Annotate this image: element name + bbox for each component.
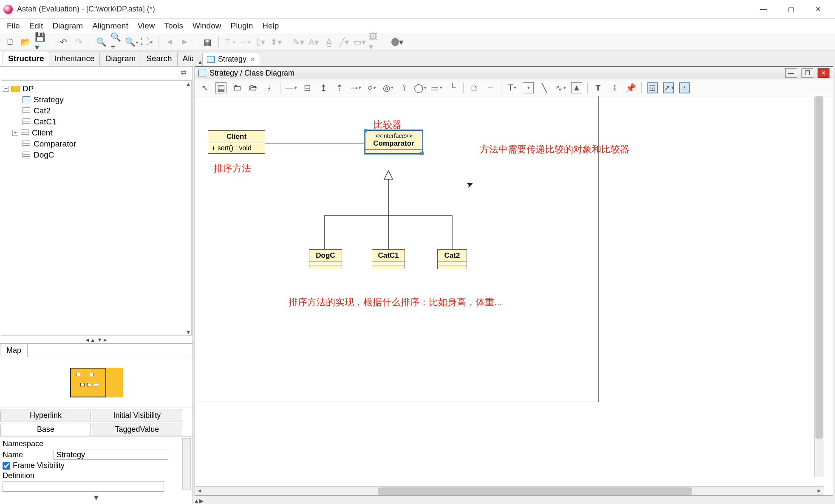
line-draw-icon[interactable]: ╲ xyxy=(539,82,550,93)
align-top-icon[interactable]: ⫪▾ xyxy=(224,36,236,48)
collapse-icon[interactable]: − xyxy=(3,86,9,92)
tab-diagram[interactable]: Diagram xyxy=(99,51,141,66)
circle-fill-icon[interactable]: ▾ xyxy=(391,36,403,48)
menu-window[interactable]: Window xyxy=(188,20,226,32)
tab-close-icon[interactable]: ✕ xyxy=(250,56,255,63)
tab-map[interactable]: Map xyxy=(0,344,28,357)
name-input[interactable] xyxy=(54,450,168,460)
ptab-initial-visibility[interactable]: Initial Visibility xyxy=(92,409,182,422)
undo-icon[interactable]: ↶ xyxy=(57,36,69,48)
enum-tool-icon[interactable]: ▭ xyxy=(431,82,442,93)
curve-tool-icon[interactable]: ∿ xyxy=(555,82,566,93)
lollipop-tool-icon[interactable]: ⫰ xyxy=(264,82,275,93)
redo-icon[interactable]: ↷ xyxy=(73,36,85,48)
tree-item-client[interactable]: + Client xyxy=(3,127,190,138)
align-left-icon[interactable]: ⫣▾ xyxy=(239,36,251,48)
menu-diagram[interactable]: Diagram xyxy=(48,20,87,32)
definition-input[interactable] xyxy=(3,481,164,492)
nav-back-icon[interactable]: ◄ xyxy=(164,36,175,48)
snap-grid-icon[interactable]: ⊡ xyxy=(647,82,658,93)
generalization-tool-icon[interactable]: ↥ xyxy=(318,82,329,93)
panel-arrow-icon[interactable]: ▲▶ xyxy=(195,59,202,65)
panel-bottom-arrow-icon[interactable]: ▲▶ xyxy=(193,498,835,504)
composition-tool-icon[interactable]: ◎ xyxy=(382,82,393,93)
orthogonal-icon[interactable]: ⫨ xyxy=(679,82,690,93)
tab-inheritance[interactable]: Inheritance xyxy=(49,51,100,66)
tree-item-comparator[interactable]: Comparator xyxy=(3,138,190,149)
line-style-icon[interactable]: ╱▾ xyxy=(338,36,350,48)
diagram-minimize-button[interactable]: — xyxy=(785,68,797,78)
zoom-out-icon[interactable]: 🔍- xyxy=(126,36,138,48)
menu-alignment[interactable]: Alignment xyxy=(88,20,133,32)
image-tool-icon[interactable]: ▲ xyxy=(571,82,582,93)
new-file-icon[interactable]: 🗋 xyxy=(4,36,16,48)
maximize-button[interactable]: ▢ xyxy=(777,1,804,18)
sync-icon[interactable]: ⇄ xyxy=(181,68,187,77)
zoom-in-icon[interactable]: 🔍+ xyxy=(110,36,122,48)
menu-tools[interactable]: Tools xyxy=(160,20,187,32)
note-anchor-icon[interactable]: └ xyxy=(447,82,458,93)
ptab-taggedvalue[interactable]: TaggedValue xyxy=(92,423,182,436)
minimize-button[interactable]: — xyxy=(750,1,777,18)
line-tool-icon[interactable]: — xyxy=(286,82,297,93)
diagram-maximize-button[interactable]: ❐ xyxy=(801,68,813,78)
nav-fwd-icon[interactable]: ► xyxy=(179,36,191,48)
close-button[interactable]: ✕ xyxy=(804,1,832,18)
map-thumbnail[interactable] xyxy=(70,368,123,397)
tree-item-cat2[interactable]: Cat2 xyxy=(3,105,190,116)
expand-down-icon[interactable]: ▼ xyxy=(0,492,192,504)
menu-help[interactable]: Help xyxy=(258,20,283,32)
canvas-vertical-scrollbar[interactable] xyxy=(814,96,824,477)
port-tool-icon[interactable]: ⟟ xyxy=(399,82,410,93)
ptab-base[interactable]: Base xyxy=(0,423,91,436)
zoom-fit-icon[interactable]: 🔍 xyxy=(95,36,107,48)
distribute-icon[interactable]: ▯▾ xyxy=(255,36,266,48)
class-tool-icon[interactable]: ▤ xyxy=(215,82,226,93)
uml-class-cat2[interactable]: Cat2 xyxy=(437,249,467,269)
tab-structure[interactable]: Structure xyxy=(3,51,49,66)
ptab-hyperlink[interactable]: Hyperlink xyxy=(0,409,91,422)
map-panel[interactable] xyxy=(0,357,192,408)
tree-scroll-up-icon[interactable]: ▲ xyxy=(185,81,191,87)
dashed-line-icon[interactable]: ┄ xyxy=(485,82,496,93)
tree-view[interactable]: ▲ − DP Strategy Cat2 CatC1 xyxy=(1,80,192,336)
rect-tool-icon[interactable] xyxy=(523,82,534,93)
pointer-tool-icon[interactable]: ↖ xyxy=(199,82,210,93)
expand-icon[interactable]: + xyxy=(12,130,18,136)
font-icon[interactable]: A̲ xyxy=(323,36,335,48)
map-viewport[interactable] xyxy=(70,368,106,397)
diagram-close-button[interactable]: ✕ xyxy=(818,68,829,78)
pen-color-icon[interactable]: ✎▾ xyxy=(292,36,304,48)
tree-item-strategy[interactable]: Strategy xyxy=(3,94,190,105)
fit-window-icon[interactable]: ⛶▾ xyxy=(141,36,153,48)
size-match-icon[interactable]: ⬍▾ xyxy=(270,36,282,48)
save-icon[interactable]: 💾▾ xyxy=(35,36,47,48)
image-icon[interactable]: 🖼▾ xyxy=(369,36,381,48)
menu-edit[interactable]: Edit xyxy=(25,20,48,32)
menu-view[interactable]: View xyxy=(133,20,159,32)
font-color-icon[interactable]: A▾ xyxy=(308,36,320,48)
property-scrollbar[interactable] xyxy=(182,438,191,490)
text-tool-icon[interactable]: T xyxy=(507,82,518,93)
menu-file[interactable]: File xyxy=(3,20,24,32)
aggregation-tool-icon[interactable]: ○ xyxy=(366,82,377,93)
diagram-canvas[interactable]: Client + sort() : void <<interface>> Com… xyxy=(195,96,824,486)
uml-interface-comparator[interactable]: <<interface>> Comparator xyxy=(365,130,422,154)
grid-icon[interactable]: ▦ xyxy=(201,36,213,48)
scroll-right-icon[interactable]: ► xyxy=(816,487,822,494)
dependency-tool-icon[interactable]: ⊟ xyxy=(302,82,313,93)
interface-tool-icon[interactable]: ◯ xyxy=(415,82,426,93)
note-tool-icon[interactable]: 🗅 xyxy=(469,82,480,93)
pin-icon[interactable]: 📌 xyxy=(625,82,636,93)
doc-tab-strategy[interactable]: Strategy ✕ xyxy=(202,53,260,65)
scroll-left-icon[interactable]: ◄ xyxy=(197,487,202,494)
association-tool-icon[interactable]: ⤏ xyxy=(350,82,361,93)
open-file-icon[interactable]: 📂 xyxy=(20,36,31,48)
package2-tool-icon[interactable]: 🗁 xyxy=(248,82,259,93)
send-back-icon[interactable]: ⫱ xyxy=(609,82,620,93)
canvas-area[interactable]: Client + sort() : void <<interface>> Com… xyxy=(195,96,833,496)
uml-class-client[interactable]: Client + sort() : void xyxy=(208,130,265,154)
realization-tool-icon[interactable]: ⇡ xyxy=(334,82,345,93)
bring-front-icon[interactable]: ⫪ xyxy=(593,82,604,93)
diagram-titlebar[interactable]: Strategy / Class Diagram — ❐ ✕ xyxy=(195,67,833,79)
